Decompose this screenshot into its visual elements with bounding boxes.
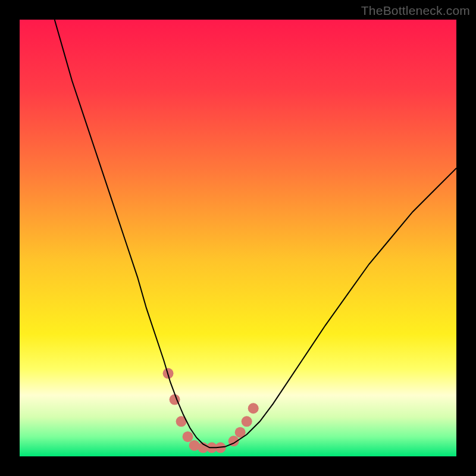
chart-stage: TheBottleneck.com [0, 0, 476, 476]
bottleneck-curve [55, 20, 456, 447]
plot-area [20, 20, 456, 456]
curve-layer [20, 20, 456, 456]
highlight-dot [183, 431, 193, 442]
watermark-text: TheBottleneck.com [361, 4, 470, 18]
highlight-dot [242, 416, 252, 427]
highlight-dot [248, 403, 259, 414]
highlight-dots [163, 368, 259, 453]
